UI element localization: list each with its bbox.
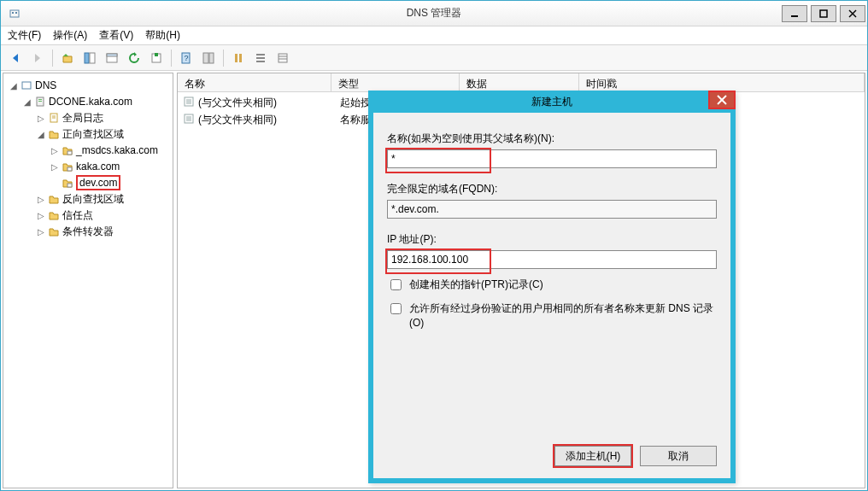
tree-label: 信任点: [62, 208, 93, 223]
tree-conditional-forwarders[interactable]: ▷ 条件转发器: [34, 224, 171, 239]
expand-icon[interactable]: ▷: [36, 211, 45, 220]
tree-zone-dev[interactable]: dev.com: [48, 175, 171, 190]
svg-rect-31: [67, 151, 72, 155]
refresh-button[interactable]: [125, 49, 144, 67]
menu-file[interactable]: 文件(F): [8, 28, 41, 43]
tree-label: kaka.com: [76, 161, 120, 172]
svg-rect-32: [67, 167, 72, 171]
zone-icon: [61, 177, 74, 189]
svg-rect-27: [38, 101, 42, 102]
tree-trust-points[interactable]: ▷ 信任点: [34, 208, 171, 223]
collapse-icon[interactable]: ◢: [9, 81, 18, 91]
log-icon: [47, 112, 61, 124]
expand-icon[interactable]: ▷: [50, 146, 59, 155]
svg-rect-16: [235, 54, 238, 62]
column-headers: 名称 类型 数据 时间戳: [178, 73, 865, 92]
svg-rect-14: [203, 53, 208, 63]
titlebar: DNS 管理器: [1, 1, 867, 26]
help-button[interactable]: ?: [177, 49, 196, 67]
detail-button[interactable]: [273, 49, 292, 67]
tree-pane[interactable]: ◢ DNS ◢ DCONE.kaka.com: [3, 73, 173, 488]
label-allow-update[interactable]: 允许所有经过身份验证的用户用相同的所有者名称来更新 DNS 记录(O): [409, 301, 717, 330]
menu-help[interactable]: 帮助(H): [145, 28, 180, 43]
tree-forward-zone[interactable]: ◢ 正向查找区域: [34, 126, 171, 142]
svg-rect-24: [22, 82, 31, 89]
tree-label: 条件转发器: [62, 225, 114, 239]
dialog-close-button[interactable]: [708, 91, 736, 109]
tree-label: 反向查找区域: [62, 192, 124, 207]
menu-action[interactable]: 操作(A): [53, 28, 87, 43]
cell-name: (与父文件夹相同): [198, 113, 277, 127]
collapse-icon[interactable]: ◢: [22, 97, 32, 107]
svg-rect-8: [90, 53, 95, 63]
folder-icon: [47, 193, 61, 205]
expand-icon[interactable]: ▷: [36, 227, 45, 237]
menubar: 文件(F) 操作(A) 查看(V) 帮助(H): [1, 26, 867, 45]
up-button[interactable]: [58, 49, 77, 67]
zone-icon: [61, 161, 74, 172]
input-name[interactable]: [387, 149, 717, 168]
label-ptr[interactable]: 创建相关的指针(PTR)记录(C): [409, 278, 543, 292]
record-icon: [183, 113, 195, 127]
col-timestamp[interactable]: 时间戳: [579, 73, 865, 91]
folder-icon: [47, 128, 61, 140]
checkbox-ptr[interactable]: [390, 279, 402, 290]
expand-icon[interactable]: ▷: [36, 114, 45, 123]
svg-rect-17: [239, 54, 242, 62]
new-window-button[interactable]: [103, 49, 121, 67]
window-title: DNS 管理器: [1, 6, 867, 20]
col-name[interactable]: 名称: [178, 73, 331, 91]
toolbar: ?: [1, 45, 867, 71]
properties-button[interactable]: [199, 49, 218, 67]
label-ip: IP 地址(P):: [387, 232, 717, 247]
svg-rect-33: [67, 184, 72, 187]
tree-global-log[interactable]: ▷ 全局日志: [34, 110, 171, 126]
col-type[interactable]: 类型: [331, 73, 460, 91]
expand-icon[interactable]: ▷: [50, 162, 59, 172]
expand-spacer: [50, 178, 59, 188]
tree-zone-kaka[interactable]: ▷ kaka.com: [48, 159, 171, 174]
menu-view[interactable]: 查看(V): [99, 28, 133, 43]
expand-icon[interactable]: ▷: [36, 195, 45, 204]
forward-button[interactable]: [28, 49, 47, 67]
col-data[interactable]: 数据: [460, 73, 579, 91]
new-host-dialog: 新建主机 名称(如果为空则使用其父域名称)(N): 完全限定的域名(FQDN):…: [368, 91, 736, 483]
list-button[interactable]: [251, 49, 270, 67]
folder-icon: [47, 225, 61, 237]
svg-rect-15: [209, 53, 214, 63]
svg-rect-10: [107, 54, 117, 56]
show-tree-button[interactable]: [80, 49, 99, 67]
record-icon: [183, 96, 195, 110]
svg-rect-7: [85, 53, 89, 63]
collapse-icon[interactable]: ◢: [36, 130, 45, 139]
tree-label: dev.com: [76, 175, 120, 190]
tree-server[interactable]: ◢ DCONE.kaka.com: [21, 94, 171, 109]
tree-label: DNS: [35, 79, 56, 91]
tree-reverse-zone[interactable]: ▷ 反向查找区域: [34, 191, 171, 207]
svg-text:?: ?: [184, 54, 188, 62]
dialog-title: 新建主机: [531, 95, 572, 109]
svg-rect-26: [38, 99, 42, 100]
cell-name: (与父文件夹相同): [198, 96, 277, 110]
folder-icon: [47, 209, 61, 221]
dialog-titlebar: 新建主机: [368, 91, 736, 113]
tree-label: DCONE.kaka.com: [49, 96, 132, 108]
checkbox-allow-update[interactable]: [390, 303, 402, 314]
tree-label: 正向查找区域: [62, 127, 124, 142]
tree-label: 全局日志: [62, 111, 103, 126]
tree-zone-msdcs[interactable]: ▷ _msdcs.kaka.com: [48, 143, 171, 158]
label-fqdn: 完全限定的域名(FQDN):: [387, 182, 717, 196]
cancel-button[interactable]: 取消: [640, 446, 717, 466]
label-name: 名称(如果为空则使用其父域名称)(N):: [387, 132, 717, 146]
filter-button[interactable]: [229, 49, 248, 67]
input-ip[interactable]: [387, 250, 717, 269]
input-fqdn: [387, 200, 717, 219]
tree-label: _msdcs.kaka.com: [76, 144, 158, 156]
tree-root-dns[interactable]: ◢ DNS: [7, 78, 171, 93]
add-host-button[interactable]: 添加主机(H): [554, 446, 631, 466]
svg-rect-21: [279, 54, 287, 62]
zone-icon: [61, 144, 74, 156]
export-button[interactable]: [147, 49, 166, 67]
server-icon: [33, 96, 47, 108]
back-button[interactable]: [6, 49, 25, 67]
